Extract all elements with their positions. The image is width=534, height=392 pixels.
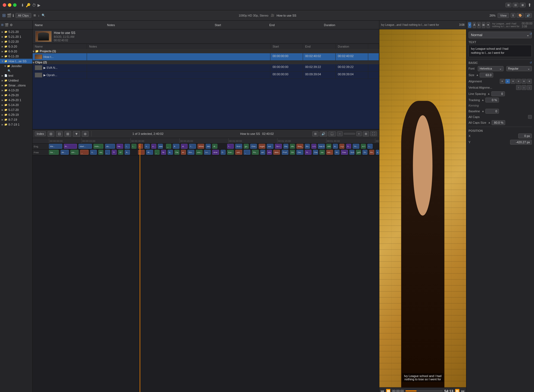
tl-magnet-icon[interactable]: ⊞ — [312, 131, 318, 136]
track-clip[interactable]: er... — [181, 150, 186, 155]
sidebar-item-6-29-19[interactable]: ▶ 📁 6-29-19 — [0, 112, 32, 117]
track-clip[interactable]: out. — [267, 144, 273, 149]
line-spacing-field[interactable]: 0 — [491, 91, 505, 96]
track-clip[interactable]: unt... — [235, 150, 242, 155]
track-clip[interactable]: W... — [335, 150, 339, 155]
tl-fullscreen-icon[interactable]: ⛶ — [370, 131, 377, 136]
track-clip[interactable]: ha... — [117, 144, 123, 149]
tl-zoom-slider[interactable] — [344, 133, 355, 135]
inspector-panel-icon[interactable]: ℹ — [511, 13, 516, 18]
sidebar-item-4-13-20[interactable]: ▶ 📁 4-13-20 — [0, 88, 32, 93]
sidebar-item-4-29-20-1[interactable]: ▶ 📁 4-29-20 1 — [0, 98, 32, 102]
text-preview[interactable]: Ivy League school and I had nothing to l… — [469, 45, 532, 57]
track-clip[interactable]: Dau — [313, 150, 318, 155]
index-tab[interactable]: Index — [35, 131, 46, 136]
align-right-button[interactable]: ≡ — [511, 79, 516, 84]
track-free-content[interactable]: Ge... de... ein... _ V... nic... _ Tf Vf… — [49, 150, 379, 155]
align-center-button[interactable]: ≡ — [505, 79, 510, 84]
align-left-button[interactable]: ≡ — [500, 79, 505, 84]
track-english-content[interactable]: We... th... start... indu... ub... ha...… — [49, 144, 379, 149]
track-clip[interactable]: eine — [212, 150, 219, 155]
tl-headphones-icon[interactable]: 🎧 — [328, 131, 336, 136]
track-clip[interactable]: Prof. — [282, 150, 288, 155]
track-clip[interactable]: ein... — [70, 150, 79, 155]
track-clip[interactable]: gu... — [244, 144, 249, 149]
tracking-field[interactable]: 0 % — [485, 98, 499, 102]
share-icon[interactable]: 🔑 — [26, 3, 30, 7]
track-clip[interactable]: th... — [64, 144, 77, 149]
layout-btn-2[interactable]: ⊟ — [513, 3, 519, 7]
sidebar-item-untitled[interactable]: ▶ 📁 Untitled — [0, 78, 32, 83]
x-field[interactable]: 0 px — [518, 133, 532, 138]
clip-row-oprah[interactable]: ▶ Oprah... 00:00:00:00 00:09:39:04 00:09… — [33, 71, 379, 79]
tl-tool-2[interactable]: ⊟ — [56, 131, 63, 137]
font-style-selector[interactable]: Regular ⌄ — [506, 66, 532, 71]
track-clip[interactable]: di. — [181, 144, 188, 149]
section-projects[interactable]: ▶ 📁 Projects (1) — [33, 49, 379, 53]
track-clip[interactable]: Dit... — [290, 150, 295, 155]
export-icon[interactable]: ⬆ — [528, 2, 531, 8]
track-clip[interactable]: has 0 — [318, 144, 324, 149]
inspector-tab-audio[interactable]: A — [473, 22, 476, 28]
tl-tool-dropdown[interactable]: ▼ — [73, 131, 80, 137]
track-clip[interactable]: d. — [376, 150, 379, 155]
minimize-button[interactable] — [8, 3, 11, 7]
track-clip[interactable]: toget — [259, 144, 265, 149]
track-clip[interactable]: _ — [80, 150, 88, 155]
tl-audio-icon[interactable]: 🔊 — [320, 131, 327, 136]
track-clip[interactable]: n p — [339, 144, 344, 149]
track-clip[interactable]: l... — [138, 144, 143, 149]
sidebar-item-smart-collections[interactable]: ▶ 📁 Smar...ctions — [0, 83, 32, 88]
track-clip[interactable]: Ge... — [49, 150, 59, 155]
track-clip[interactable]: Das — [341, 150, 348, 155]
tl-zoom-in-icon[interactable]: + — [356, 131, 362, 136]
track-clip[interactable]: m f... — [361, 144, 366, 149]
viewer-prev-frame-button[interactable]: ⏪ — [386, 389, 391, 392]
sidebar-item-6-11-20[interactable]: ▶ 📁 6-11-20 — [0, 54, 32, 59]
track-clip[interactable]: art. — [260, 150, 265, 155]
track-clip[interactable]: We... — [49, 144, 62, 149]
close-button[interactable] — [3, 3, 6, 7]
track-clip[interactable]: _ — [105, 150, 110, 155]
sidebar-item-8-7-19-1[interactable]: ▶ 📁 8-7-19 1 — [0, 122, 32, 127]
valign-top-button[interactable]: ↑ — [516, 85, 521, 90]
sidebar-item-5-21-20[interactable]: ▶ 📁 5-21-20 — [0, 29, 32, 34]
tl-tool-5[interactable]: ⊕ — [82, 131, 89, 137]
track-clip[interactable]: Yo... — [353, 144, 359, 149]
sidebar-item-6-9-20[interactable]: ▶ 📁 6-9-20 — [0, 49, 32, 54]
viewer-next-frame-button[interactable]: ⏩ — [455, 389, 460, 392]
tl-tool-3[interactable]: ⊠ — [64, 131, 71, 137]
track-clip[interactable]: ich... — [267, 150, 272, 155]
track-clip[interactable]: did... — [206, 144, 211, 149]
track-clip[interactable]: Al... — [146, 150, 153, 155]
inspector-tab-video[interactable]: V — [468, 22, 471, 28]
valign-bottom-button[interactable]: ↓ — [527, 85, 532, 90]
tl-zoom-out-icon[interactable]: − — [337, 131, 342, 136]
track-clip[interactable]: awe... — [158, 144, 163, 149]
play-icon[interactable]: ▶ — [38, 3, 40, 7]
track-clip[interactable]: _ — [166, 144, 171, 149]
timer-icon[interactable]: ⏱ — [32, 3, 36, 7]
track-clip[interactable]: _ — [155, 150, 160, 155]
align-justify-right-button[interactable]: ≡ — [527, 79, 532, 84]
tl-tool-1[interactable]: ⊞ — [48, 131, 54, 137]
track-clip[interactable]: f... — [189, 144, 196, 149]
track-clip[interactable]: Ker... — [227, 150, 234, 155]
track-clip[interactable]: Fä... — [252, 150, 258, 155]
track-clip[interactable]: thr... — [305, 144, 310, 149]
track-clip[interactable]: _ — [138, 150, 145, 155]
inspector-tab-effects[interactable]: ✦ — [486, 22, 490, 28]
track-clip[interactable]: nic... — [98, 150, 103, 155]
track-clip[interactable]: to... — [333, 144, 338, 149]
sidebar-item-5-22-20[interactable]: ▶ 📁 5-22-20 — [0, 39, 32, 44]
sidebar-item-test[interactable]: ▶ 📄 test — [0, 73, 32, 78]
inspector-tab-share[interactable]: ⊞ — [482, 22, 485, 28]
track-clip[interactable]: Vf — [118, 150, 123, 155]
inspector-icon[interactable]: ℹ — [13, 13, 14, 18]
viewer-end-button[interactable]: ⏭ — [461, 389, 465, 392]
clip-row-project-1[interactable]: How t... 00:00:00:00 00:02:40:02 00:02:4… — [33, 53, 379, 61]
sidebar-item-6-3-20[interactable]: ▶ 📁 6-3-20 — [0, 44, 32, 49]
audio-icon[interactable]: 🔊 — [525, 13, 532, 18]
track-clip[interactable]: Le... — [204, 150, 211, 155]
track-clip[interactable]: start... — [79, 144, 92, 149]
